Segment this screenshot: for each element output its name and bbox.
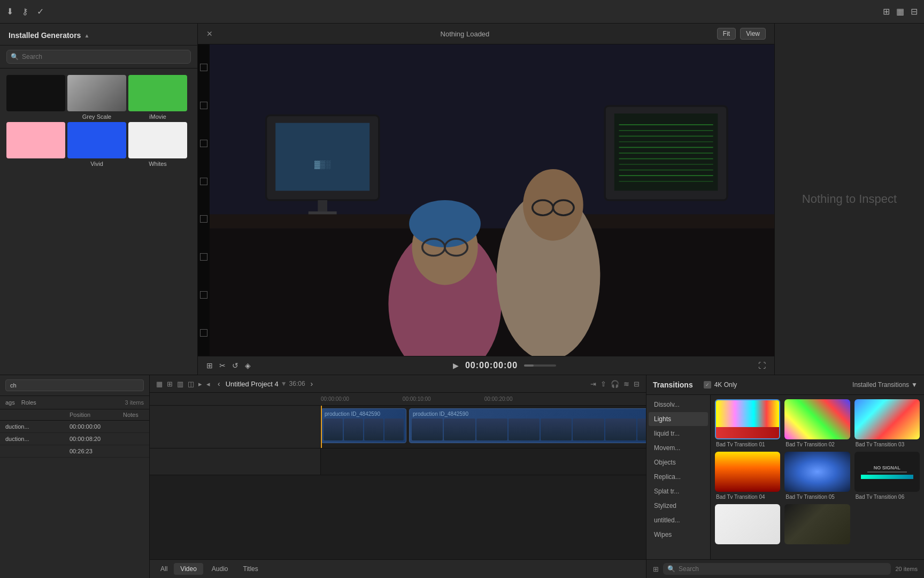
filmstrip-frame bbox=[605, 419, 636, 440]
items-count: 3 items bbox=[125, 399, 144, 406]
timeline-trim-icon[interactable]: ◂ bbox=[206, 380, 210, 388]
sidebar-item-splat[interactable]: Splat tr... bbox=[649, 484, 708, 498]
row-notes-3 bbox=[123, 448, 144, 454]
sidebar-item-stylized[interactable]: Stylized bbox=[649, 499, 708, 513]
timeline-view-icon[interactable]: ▦ bbox=[156, 380, 163, 388]
transition-item-1[interactable]: Bad Tv Transition 01 bbox=[715, 399, 780, 447]
generator-item-black[interactable] bbox=[6, 75, 65, 120]
table-row[interactable]: duction... 00:00:00:00 bbox=[0, 421, 149, 433]
effects-icon[interactable]: ◈ bbox=[245, 361, 251, 370]
transition-label-4: Bad Tv Transition 04 bbox=[715, 494, 780, 500]
transform-icon[interactable]: ↺ bbox=[232, 361, 238, 370]
transitions-count: 20 items bbox=[895, 566, 918, 572]
row-name-3 bbox=[5, 448, 70, 454]
checkbox-8[interactable] bbox=[200, 329, 207, 337]
view-button[interactable]: View bbox=[740, 28, 766, 40]
fit-button[interactable]: Fit bbox=[717, 28, 736, 40]
search-input-generators[interactable] bbox=[6, 50, 191, 64]
check-icon[interactable]: ✓ bbox=[37, 6, 44, 17]
transition-thumb-3 bbox=[854, 399, 920, 439]
filmstrip-frame bbox=[573, 419, 604, 440]
sidebar-item-untitled[interactable]: untitled... bbox=[649, 513, 708, 527]
layout-icon[interactable]: ⊟ bbox=[911, 6, 918, 17]
list-icon[interactable]: ▦ bbox=[896, 6, 904, 17]
generator-item-pink[interactable] bbox=[6, 122, 65, 167]
sidebar-item-liquid[interactable]: liquid tr... bbox=[649, 427, 708, 440]
transition-label-1: Bad Tv Transition 01 bbox=[715, 442, 780, 447]
clip-height-icon[interactable]: ⇧ bbox=[600, 380, 606, 388]
film-svg: ▓▒░ bbox=[210, 44, 774, 356]
filmstrip-frame bbox=[344, 419, 363, 440]
track-clip-1[interactable]: production ID_4842590 bbox=[321, 408, 406, 443]
generator-label-greyscale: Grey Scale bbox=[82, 113, 111, 120]
transitions-search-bar: 🔍 bbox=[663, 563, 891, 575]
trim-icon[interactable]: ✂ bbox=[219, 361, 226, 370]
tab-video[interactable]: Video bbox=[174, 563, 203, 575]
sidebar-item-objects[interactable]: Objects bbox=[649, 455, 708, 469]
transition-item-5[interactable]: Bad Tv Transition 05 bbox=[784, 452, 850, 500]
table-row[interactable]: duction... 00:00:08:20 bbox=[0, 433, 149, 445]
transition-item-4[interactable]: Bad Tv Transition 04 bbox=[715, 452, 780, 500]
transition-item-6[interactable]: NO SIGNAL Bad Tv Transition 06 bbox=[854, 452, 920, 500]
sidebar-item-movement[interactable]: Movem... bbox=[649, 441, 708, 455]
installed-dropdown-icon[interactable]: ▼ bbox=[911, 381, 918, 389]
fullscreen-icon[interactable]: ⛶ bbox=[758, 361, 766, 370]
playhead[interactable] bbox=[321, 406, 322, 448]
sidebar-item-dissolve[interactable]: Dissolv... bbox=[649, 398, 708, 412]
timeline-clip-icon[interactable]: ◫ bbox=[188, 380, 194, 388]
generator-item-imovie[interactable]: iMovie bbox=[128, 75, 187, 120]
transition-item-7[interactable] bbox=[715, 504, 780, 546]
checkbox-1[interactable] bbox=[200, 64, 207, 71]
transition-thumb-5 bbox=[784, 452, 850, 492]
timeline-append-icon[interactable]: ▥ bbox=[177, 380, 183, 388]
waveform-icon[interactable]: ≋ bbox=[623, 380, 629, 388]
timeline-next-btn[interactable]: › bbox=[307, 378, 317, 389]
generator-item-whites[interactable]: Whites bbox=[128, 122, 187, 167]
timeline-split-icon[interactable]: ⊞ bbox=[167, 380, 173, 388]
timeline-tabs: ags Roles 3 items bbox=[0, 396, 149, 409]
svg-rect-34 bbox=[210, 44, 774, 356]
table-row[interactable]: 00:26:23 bbox=[0, 445, 149, 458]
headphones-icon[interactable]: 🎧 bbox=[611, 380, 619, 388]
fourk-checkbox[interactable]: ✓ bbox=[704, 381, 711, 389]
zoom-icon[interactable]: ⊞ bbox=[206, 361, 213, 370]
tab-all[interactable]: All bbox=[156, 563, 172, 575]
download-icon[interactable]: ⬇ bbox=[6, 6, 13, 17]
transition-item-3[interactable]: Bad Tv Transition 03 bbox=[854, 399, 920, 447]
checkbox-6[interactable] bbox=[200, 253, 207, 261]
grid-view-icon[interactable]: ⊞ bbox=[653, 565, 659, 573]
key-icon[interactable]: ⚷ bbox=[22, 6, 28, 17]
transitions-body: Dissolv... Lights liquid tr... Movem... … bbox=[646, 395, 924, 559]
ruler-mark-1: 00:00:10:00 bbox=[403, 396, 431, 402]
project-dropdown-icon[interactable]: ▼ bbox=[281, 380, 287, 387]
tab-titles[interactable]: Titles bbox=[237, 563, 265, 575]
transition-label-6: Bad Tv Transition 06 bbox=[854, 494, 920, 500]
filmstrip-frame bbox=[444, 419, 475, 440]
checkbox-5[interactable] bbox=[200, 215, 207, 223]
transition-item-2[interactable]: Bad Tv Transition 02 bbox=[784, 399, 850, 447]
generator-item-greyscale[interactable]: Grey Scale bbox=[67, 75, 126, 120]
generator-item-vivid[interactable]: Vivid bbox=[67, 122, 126, 167]
timeline-blade-icon[interactable]: ▸ bbox=[198, 380, 202, 388]
transitions-search-input[interactable] bbox=[679, 565, 887, 573]
sidebar-item-lights[interactable]: Lights bbox=[649, 412, 708, 426]
tab-roles[interactable]: Roles bbox=[21, 399, 36, 406]
play-icon[interactable]: ▶ bbox=[453, 361, 459, 370]
checkbox-7[interactable] bbox=[200, 291, 207, 299]
checkbox-3[interactable] bbox=[200, 140, 207, 147]
checkbox-4[interactable] bbox=[200, 178, 207, 185]
audio-mixer-icon[interactable]: ⇥ bbox=[590, 380, 596, 388]
tab-audio[interactable]: Audio bbox=[205, 563, 235, 575]
checkbox-2[interactable] bbox=[200, 102, 207, 109]
close-preview-icon[interactable]: ✕ bbox=[206, 29, 213, 38]
timeline-zoom-icon[interactable]: ⊟ bbox=[634, 380, 640, 388]
timeline-search-input[interactable] bbox=[5, 379, 144, 391]
timeline-prev-btn[interactable]: ‹ bbox=[214, 378, 224, 389]
sidebar-item-wipes[interactable]: Wipes bbox=[649, 528, 708, 542]
track-clip-2[interactable]: production ID_4842590 bbox=[409, 408, 646, 443]
sidebar-item-replicant[interactable]: Replica... bbox=[649, 470, 708, 484]
tab-tags[interactable]: ags bbox=[5, 399, 15, 406]
playback-progress[interactable] bbox=[524, 364, 556, 367]
transition-item-8[interactable] bbox=[784, 504, 850, 546]
grid-icon[interactable]: ⊞ bbox=[883, 6, 890, 17]
